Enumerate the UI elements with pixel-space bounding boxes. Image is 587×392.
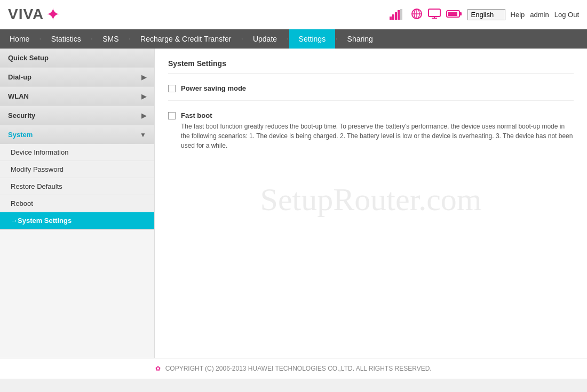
sidebar-label-security: Security bbox=[8, 111, 35, 119]
language-selector[interactable]: English Arabic bbox=[467, 9, 505, 20]
logo-star: ✦ bbox=[46, 4, 60, 25]
admin-label: admin bbox=[530, 11, 549, 19]
power-saving-label-area: Power saving mode bbox=[181, 84, 246, 92]
power-saving-checkbox[interactable] bbox=[168, 85, 176, 92]
sidebar-section-wlan: WLAN ▶ bbox=[0, 87, 154, 106]
sidebar-arrow-wlan: ▶ bbox=[141, 93, 146, 100]
sidebar-header-dialup[interactable]: Dial-up ▶ bbox=[0, 68, 154, 86]
sidebar-item-device-info[interactable]: Device Information bbox=[0, 144, 154, 161]
sidebar-arrow-security: ▶ bbox=[141, 112, 146, 119]
sidebar-item-restore-defaults[interactable]: Restore Defaults bbox=[0, 178, 154, 195]
sidebar-arrow-system: ▼ bbox=[140, 131, 146, 139]
globe-icon bbox=[411, 8, 423, 21]
navbar: Home · Statistics · SMS · Recharge & Cre… bbox=[0, 29, 587, 49]
screen-icon bbox=[428, 9, 441, 21]
sidebar-header-system[interactable]: System ▼ bbox=[0, 125, 154, 144]
content-title: System Settings bbox=[168, 59, 574, 74]
nav-sharing[interactable]: Sharing bbox=[338, 29, 383, 49]
svg-rect-3 bbox=[398, 10, 400, 20]
sidebar-item-modify-password[interactable]: Modify Password bbox=[0, 161, 154, 178]
sidebar-label-dialup: Dial-up bbox=[8, 73, 31, 81]
nav-sms[interactable]: SMS bbox=[93, 29, 128, 49]
signal-strength-icon bbox=[390, 9, 406, 20]
svg-rect-4 bbox=[400, 9, 402, 20]
logout-button[interactable]: Log Out bbox=[554, 11, 579, 19]
watermark: SetupRouter.com bbox=[260, 181, 482, 218]
svg-rect-14 bbox=[459, 12, 462, 15]
sidebar-item-reboot[interactable]: Reboot bbox=[0, 195, 154, 212]
svg-rect-13 bbox=[448, 12, 457, 16]
footer-flower-icon: ✿ bbox=[155, 365, 161, 372]
fast-boot-checkbox[interactable] bbox=[168, 112, 176, 119]
logo-area: VIVA ✦ bbox=[8, 4, 60, 25]
top-right-controls: English Arabic Help admin Log Out bbox=[390, 8, 579, 21]
fast-boot-description: The fast boot function greatly reduces t… bbox=[181, 122, 574, 150]
battery-icon bbox=[446, 10, 462, 20]
power-saving-label[interactable]: Power saving mode bbox=[181, 84, 246, 92]
sidebar-header-security[interactable]: Security ▶ bbox=[0, 106, 154, 125]
sidebar-item-system-settings[interactable]: →System Settings bbox=[0, 212, 154, 229]
nav-home[interactable]: Home bbox=[0, 29, 39, 49]
footer: ✿ COPYRIGHT (C) 2006-2013 HUAWEI TECHNOL… bbox=[0, 358, 587, 379]
help-link[interactable]: Help bbox=[511, 11, 525, 19]
svg-rect-0 bbox=[390, 17, 392, 20]
fast-boot-label-area: Fast boot The fast boot function greatly… bbox=[181, 111, 574, 150]
sidebar-section-quick-setup: Quick Setup bbox=[0, 49, 154, 68]
sidebar-label-wlan: WLAN bbox=[8, 92, 29, 100]
footer-text: COPYRIGHT (C) 2006-2013 HUAWEI TECHNOLOG… bbox=[165, 365, 432, 372]
top-bar: VIVA ✦ bbox=[0, 0, 587, 29]
sidebar-section-dialup: Dial-up ▶ bbox=[0, 68, 154, 87]
sidebar-label-system: System bbox=[8, 131, 33, 139]
settings-content: Power saving mode Fast boot The fast boo… bbox=[168, 84, 574, 158]
content-area: SetupRouter.com System Settings Power sa… bbox=[155, 49, 587, 358]
fast-boot-label[interactable]: Fast boot bbox=[181, 111, 212, 119]
sidebar-arrow-dialup: ▶ bbox=[141, 74, 146, 81]
sidebar: Quick Setup Dial-up ▶ WLAN ▶ Security ▶ bbox=[0, 49, 155, 358]
nav-statistics[interactable]: Statistics bbox=[42, 29, 91, 49]
setting-row-fast-boot: Fast boot The fast boot function greatly… bbox=[168, 111, 574, 158]
nav-recharge[interactable]: Recharge & Credit Transfer bbox=[131, 29, 241, 49]
nav-settings[interactable]: Settings bbox=[289, 29, 336, 49]
main-layout: Quick Setup Dial-up ▶ WLAN ▶ Security ▶ bbox=[0, 49, 587, 358]
sidebar-label-quick-setup: Quick Setup bbox=[8, 54, 49, 62]
svg-rect-1 bbox=[392, 14, 394, 20]
sidebar-section-security: Security ▶ bbox=[0, 106, 154, 125]
language-dropdown[interactable]: English Arabic bbox=[467, 9, 505, 20]
sidebar-system-subitems: Device Information Modify Password Resto… bbox=[0, 144, 154, 229]
sidebar-header-wlan[interactable]: WLAN ▶ bbox=[0, 87, 154, 106]
svg-rect-2 bbox=[395, 12, 397, 20]
logo-text: VIVA bbox=[8, 6, 44, 23]
setting-row-power-saving: Power saving mode bbox=[168, 84, 574, 101]
sidebar-header-quick-setup[interactable]: Quick Setup bbox=[0, 49, 154, 67]
sidebar-section-system: System ▼ Device Information Modify Passw… bbox=[0, 125, 154, 230]
nav-update[interactable]: Update bbox=[243, 29, 287, 49]
svg-rect-9 bbox=[429, 9, 440, 17]
